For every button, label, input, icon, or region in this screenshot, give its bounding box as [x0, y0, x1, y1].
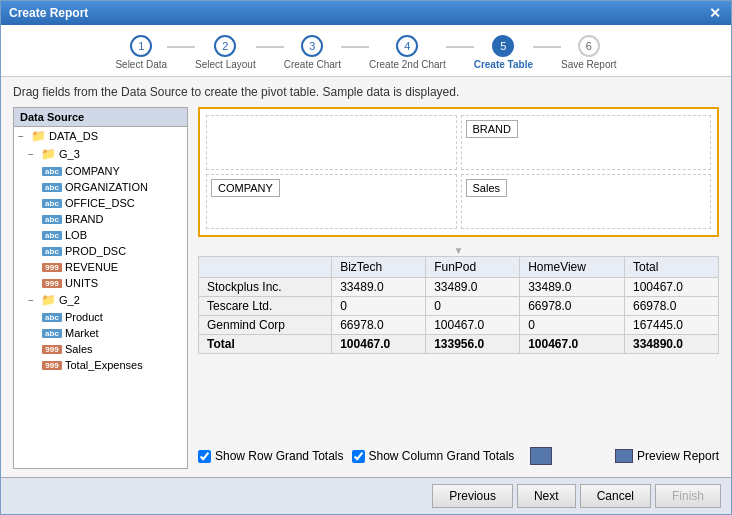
- tree-label: G_3: [59, 148, 80, 160]
- abc-icon: abc: [42, 329, 62, 338]
- num-icon: 999: [42, 345, 62, 354]
- dialog-titlebar: Create Report ✕: [1, 1, 731, 25]
- dialog-title: Create Report: [9, 6, 88, 20]
- abc-icon: abc: [42, 215, 62, 224]
- table-row: Stockplus Inc. 33489.0 33489.0 33489.0 1…: [199, 278, 719, 297]
- step-5-label: Create Table: [474, 59, 533, 70]
- tree-item-product[interactable]: abc Product: [14, 309, 187, 325]
- wizard-steps: 1 Select Data 2 Select Layout 3 Create C…: [1, 25, 731, 77]
- data-table: BizTech FunPod HomeView Total Stockplus …: [198, 256, 719, 354]
- pivot-cell-top-left[interactable]: [206, 115, 457, 170]
- table-icon[interactable]: [530, 447, 552, 465]
- cell-value: 0: [332, 297, 426, 316]
- abc-icon: abc: [42, 231, 62, 240]
- preview-report-label: Preview Report: [637, 449, 719, 463]
- dialog-footer: Previous Next Cancel Finish: [1, 477, 731, 514]
- cell-value: 33489.0: [426, 278, 520, 297]
- col-header-2: FunPod: [426, 257, 520, 278]
- brand-chip[interactable]: BRAND: [466, 120, 519, 138]
- tree-label: OFFICE_DSC: [65, 197, 135, 209]
- tree-label: ORGANIZATION: [65, 181, 148, 193]
- show-col-grand-totals-checkbox[interactable]: [352, 450, 365, 463]
- table-row-total: Total 100467.0 133956.0 100467.0 334890.…: [199, 335, 719, 354]
- tree-item-g2[interactable]: − 📁 G_2: [14, 291, 187, 309]
- expand-icon: −: [28, 295, 38, 306]
- tree-label: LOB: [65, 229, 87, 241]
- abc-icon: abc: [42, 183, 62, 192]
- finish-button[interactable]: Finish: [655, 484, 721, 508]
- cell-value: 100467.0: [520, 335, 625, 354]
- tree-item-g3[interactable]: − 📁 G_3: [14, 145, 187, 163]
- tree-item-units[interactable]: 999 UNITS: [14, 275, 187, 291]
- abc-icon: abc: [42, 167, 62, 176]
- num-icon: 999: [42, 263, 62, 272]
- show-row-grand-totals-label[interactable]: Show Row Grand Totals: [198, 449, 344, 463]
- pivot-table[interactable]: BizTech FunPod HomeView Total Stockplus …: [198, 256, 719, 443]
- abc-icon: abc: [42, 247, 62, 256]
- step-1-label: Select Data: [115, 59, 167, 70]
- pivot-cell-bottom-left[interactable]: COMPANY: [206, 174, 457, 229]
- folder-icon: 📁: [41, 293, 56, 307]
- folder-icon: 📁: [31, 129, 46, 143]
- folder-icon: 📁: [41, 147, 56, 161]
- create-report-dialog: Create Report ✕ 1 Select Data 2 Select L…: [0, 0, 732, 515]
- tree-label: G_2: [59, 294, 80, 306]
- tree-item-office-dsc[interactable]: abc OFFICE_DSC: [14, 195, 187, 211]
- datasource-header: Data Source: [14, 108, 187, 127]
- col-header-3: HomeView: [520, 257, 625, 278]
- previous-button[interactable]: Previous: [432, 484, 513, 508]
- data-source-panel: Data Source − 📁 DATA_DS − 📁 G_3: [13, 107, 188, 469]
- step-3-circle: 3: [301, 35, 323, 57]
- pivot-cell-bottom-right[interactable]: Sales: [461, 174, 712, 229]
- show-row-grand-totals-checkbox[interactable]: [198, 450, 211, 463]
- tree-item-prod-dsc[interactable]: abc PROD_DSC: [14, 243, 187, 259]
- pivot-design-zone[interactable]: BRAND COMPANY Sales: [198, 107, 719, 237]
- tree-item-sales[interactable]: 999 Sales: [14, 341, 187, 357]
- step-3: 3 Create Chart: [284, 35, 341, 70]
- step-1: 1 Select Data: [115, 35, 167, 70]
- step-1-circle: 1: [130, 35, 152, 57]
- step-4-circle: 4: [396, 35, 418, 57]
- table-row: Genmind Corp 66978.0 100467.0 0 167445.0: [199, 316, 719, 335]
- tree-label: PROD_DSC: [65, 245, 126, 257]
- pivot-cell-top-right[interactable]: BRAND: [461, 115, 712, 170]
- num-icon: 999: [42, 361, 62, 370]
- tree-item-lob[interactable]: abc LOB: [14, 227, 187, 243]
- cell-value: 66978.0: [624, 297, 718, 316]
- step-2-label: Select Layout: [195, 59, 256, 70]
- cell-value: 66978.0: [332, 316, 426, 335]
- col-header-0: [199, 257, 332, 278]
- cancel-button[interactable]: Cancel: [580, 484, 651, 508]
- tree-item-total-expenses[interactable]: 999 Total_Expenses: [14, 357, 187, 373]
- cell-value: 133956.0: [426, 335, 520, 354]
- cell-value: 33489.0: [332, 278, 426, 297]
- tree-label: Total_Expenses: [65, 359, 143, 371]
- pivot-design-grid: BRAND COMPANY Sales: [206, 115, 711, 229]
- cell-value: 100467.0: [426, 316, 520, 335]
- step-4-label: Create 2nd Chart: [369, 59, 446, 70]
- tree-label: Market: [65, 327, 99, 339]
- sales-chip[interactable]: Sales: [466, 179, 508, 197]
- company-chip[interactable]: COMPANY: [211, 179, 280, 197]
- expand-icon: −: [18, 131, 28, 142]
- tree-item-revenue[interactable]: 999 REVENUE: [14, 259, 187, 275]
- tree-label: BRAND: [65, 213, 104, 225]
- scroll-indicator: ▼: [198, 245, 719, 256]
- step-connector-2: [256, 46, 284, 48]
- tree-item-market[interactable]: abc Market: [14, 325, 187, 341]
- cell-value: 100467.0: [624, 278, 718, 297]
- next-button[interactable]: Next: [517, 484, 576, 508]
- close-icon[interactable]: ✕: [707, 5, 723, 21]
- tree-item-organization[interactable]: abc ORGANIZATION: [14, 179, 187, 195]
- tree-item-data-ds[interactable]: − 📁 DATA_DS: [14, 127, 187, 145]
- cell-value: 0: [520, 316, 625, 335]
- step-connector-5: [533, 46, 561, 48]
- tree-item-brand[interactable]: abc BRAND: [14, 211, 187, 227]
- show-col-grand-totals-label[interactable]: Show Column Grand Totals: [352, 449, 515, 463]
- tree-label: UNITS: [65, 277, 98, 289]
- bottom-options: Show Row Grand Totals Show Column Grand …: [198, 443, 719, 469]
- step-5: 5 Create Table: [474, 35, 533, 70]
- preview-report-button[interactable]: Preview Report: [615, 449, 719, 463]
- tree-label: DATA_DS: [49, 130, 98, 142]
- tree-item-company[interactable]: abc COMPANY: [14, 163, 187, 179]
